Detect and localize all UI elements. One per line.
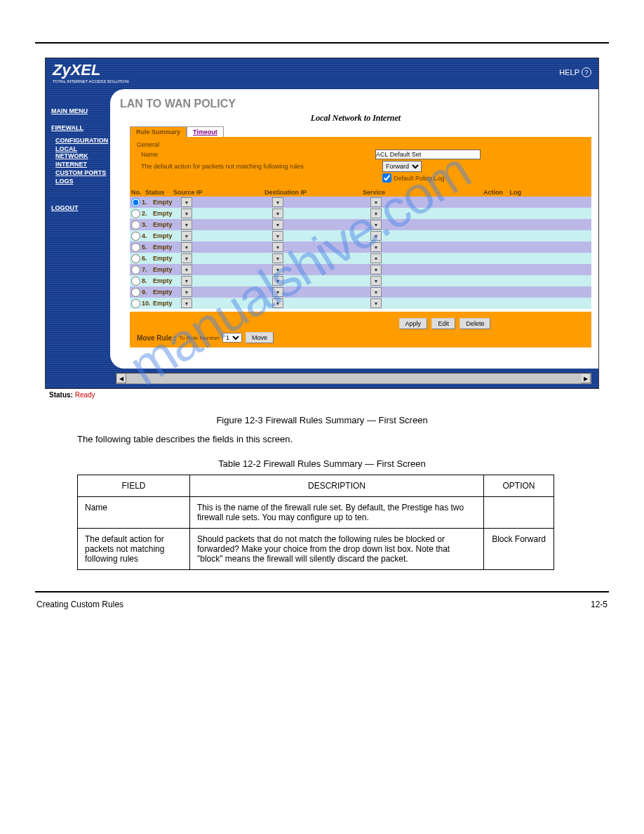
source-ip-dropdown[interactable]: ▼	[181, 242, 192, 252]
rule-radio[interactable]	[131, 299, 140, 308]
scroll-left-icon[interactable]: ◀	[116, 373, 126, 383]
nav-main-menu[interactable]: MAIN MENU	[51, 107, 110, 114]
move-rule-select[interactable]: 1	[222, 333, 242, 343]
rule-number: 6.	[142, 255, 153, 262]
rule-number: 7.	[142, 266, 153, 273]
col-log: Log	[503, 189, 524, 196]
destination-ip-dropdown[interactable]: ▼	[272, 197, 283, 207]
status-label: Status:	[49, 391, 73, 399]
rules-header: No. Status Source IP Destination IP Serv…	[130, 188, 591, 197]
col-status: Status	[145, 189, 173, 196]
follow-text: The following table describes the fields…	[77, 434, 567, 444]
source-ip-dropdown[interactable]: ▼	[181, 197, 192, 207]
delete-button[interactable]: Delete	[459, 318, 490, 329]
content-panel: LAN TO WAN POLICY Local Network to Inter…	[110, 89, 598, 369]
nav-custom-ports[interactable]: CUSTOM PORTS	[55, 169, 110, 176]
top-rule	[35, 42, 609, 44]
rule-number: 3.	[142, 221, 153, 228]
edit-button[interactable]: Edit	[431, 318, 455, 329]
rule-status: Empty	[153, 199, 181, 206]
apply-button[interactable]: Apply	[399, 318, 428, 329]
move-button[interactable]: Move	[246, 332, 274, 343]
rule-status: Empty	[153, 221, 181, 228]
cell-desc: Should packets that do not match the fol…	[190, 529, 484, 570]
name-input[interactable]	[375, 150, 481, 159]
help-link[interactable]: HELP ?	[559, 67, 591, 77]
nav-local-network[interactable]: LOCAL NETWORK	[55, 145, 110, 159]
status-value: Ready	[75, 391, 95, 399]
logo-subtitle: TOTAL INTERNET ACCESS SOLUTION	[53, 79, 128, 84]
service-dropdown[interactable]: ▼	[370, 298, 382, 308]
rule-status: Empty	[153, 277, 181, 284]
rule-number: 5.	[142, 244, 153, 251]
source-ip-dropdown[interactable]: ▼	[181, 208, 192, 218]
rule-status: Empty	[153, 244, 181, 251]
rule-row: 8.Empty▼▼▼	[130, 275, 591, 286]
destination-ip-dropdown[interactable]: ▼	[272, 231, 283, 241]
source-ip-dropdown[interactable]: ▼	[181, 253, 192, 263]
service-dropdown[interactable]: ▼	[370, 242, 382, 252]
logo-text: ZyXEL	[53, 61, 100, 79]
cell-field: Name	[78, 497, 190, 529]
cell-field: The default action for packets not match…	[78, 529, 190, 570]
service-dropdown[interactable]: ▼	[370, 287, 382, 297]
destination-ip-dropdown[interactable]: ▼	[272, 298, 283, 308]
source-ip-dropdown[interactable]: ▼	[181, 220, 192, 230]
source-ip-dropdown[interactable]: ▼	[181, 276, 192, 286]
destination-ip-dropdown[interactable]: ▼	[272, 287, 283, 297]
destination-ip-dropdown[interactable]: ▼	[272, 208, 283, 218]
nav-logs[interactable]: LOGS	[55, 178, 110, 185]
tab-timeout[interactable]: Timeout	[187, 126, 224, 137]
rule-number: 8.	[142, 277, 153, 284]
page-title: LAN TO WAN POLICY	[120, 98, 591, 110]
rule-status: Empty	[153, 210, 181, 217]
service-dropdown[interactable]: ▼	[370, 253, 382, 263]
rule-radio[interactable]	[131, 198, 140, 207]
rule-radio[interactable]	[131, 243, 140, 252]
tabs: Rule Summary Timeout	[130, 126, 591, 137]
source-ip-dropdown[interactable]: ▼	[181, 265, 192, 274]
source-ip-dropdown[interactable]: ▼	[181, 231, 192, 241]
rule-radio[interactable]	[131, 288, 140, 297]
rule-radio[interactable]	[131, 254, 140, 263]
bottom-rule	[35, 591, 609, 593]
destination-ip-dropdown[interactable]: ▼	[272, 242, 283, 252]
rule-radio[interactable]	[131, 220, 140, 230]
horizontal-scrollbar[interactable]: ◀ ▶	[116, 373, 591, 384]
action-bar: Apply Edit Delete Move Rule : To Rule Nu…	[130, 312, 591, 348]
help-icon: ?	[582, 67, 591, 77]
destination-ip-dropdown[interactable]: ▼	[272, 265, 283, 274]
nav-internet[interactable]: INTERNET	[55, 161, 110, 168]
service-dropdown[interactable]: ▼	[370, 197, 382, 207]
service-dropdown[interactable]: ▼	[370, 276, 382, 286]
rule-radio[interactable]	[131, 277, 140, 286]
service-dropdown[interactable]: ▼	[370, 231, 382, 241]
rule-row: 10.Empty▼▼▼	[130, 298, 591, 309]
default-action-select[interactable]: Forward	[382, 161, 422, 172]
default-policy-log-checkbox[interactable]	[382, 173, 391, 183]
destination-ip-dropdown[interactable]: ▼	[272, 253, 283, 263]
col-source-ip: Source IP	[173, 189, 264, 196]
default-action-label: The default action for packets not match…	[137, 163, 382, 170]
nav-logout[interactable]: LOGOUT	[51, 204, 110, 211]
destination-ip-dropdown[interactable]: ▼	[272, 276, 283, 286]
destination-ip-dropdown[interactable]: ▼	[272, 220, 283, 230]
status-bar: Status: Ready	[45, 389, 599, 401]
rule-number: 9.	[142, 289, 153, 296]
nav-configuration[interactable]: CONFIGURATION	[55, 137, 110, 144]
nav-firewall[interactable]: FIREWALL	[51, 124, 110, 131]
service-dropdown[interactable]: ▼	[370, 220, 382, 230]
rule-row: 7.Empty▼▼▼	[130, 264, 591, 275]
page-footer: Creating Custom Rules 12-5	[35, 600, 609, 637]
scroll-right-icon[interactable]: ▶	[581, 373, 591, 383]
rule-radio[interactable]	[131, 209, 140, 218]
source-ip-dropdown[interactable]: ▼	[181, 287, 192, 297]
service-dropdown[interactable]: ▼	[370, 265, 382, 274]
source-ip-dropdown[interactable]: ▼	[181, 298, 192, 308]
tab-rule-summary[interactable]: Rule Summary	[130, 126, 187, 137]
rules-list: 1.Empty▼▼▼2.Empty▼▼▼3.Empty▼▼▼4.Empty▼▼▼…	[130, 197, 591, 309]
service-dropdown[interactable]: ▼	[370, 208, 382, 218]
rule-radio[interactable]	[131, 265, 140, 274]
figure-caption: Figure 12-3 Firewall Rules Summary — Fir…	[35, 415, 609, 425]
rule-radio[interactable]	[131, 232, 140, 241]
